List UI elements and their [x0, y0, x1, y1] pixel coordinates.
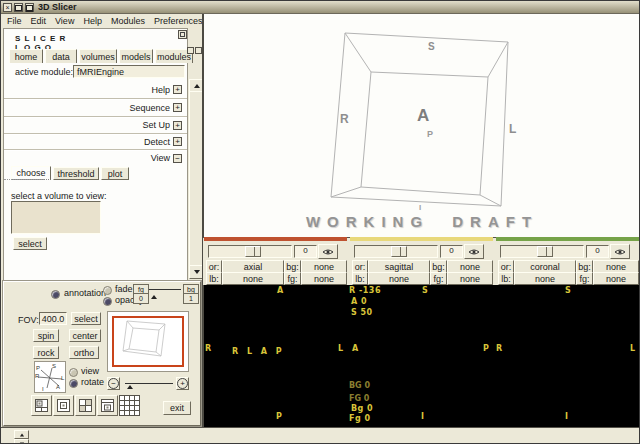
layout-fourup-button[interactable]	[75, 395, 96, 416]
zoom-out-button[interactable]: −	[107, 377, 120, 390]
sagittal-lb-volume-button[interactable]: none	[368, 272, 430, 285]
svg-text:L: L	[61, 375, 65, 381]
menu-edit[interactable]: Edit	[31, 16, 47, 26]
rock-button[interactable]: rock	[33, 346, 59, 359]
axial-offset-value[interactable]: 0	[294, 245, 317, 258]
titlebar[interactable]: × 3D Slicer	[1, 1, 639, 14]
layout-tabbed-button[interactable]	[97, 395, 118, 416]
menu-view[interactable]: View	[55, 16, 74, 26]
view-3d[interactable]: S R A P L I WORKING DRAFT	[204, 14, 640, 237]
layout-default-button[interactable]	[31, 395, 52, 416]
rotate-radio[interactable]	[69, 379, 78, 388]
axial-lb-button[interactable]: lb:	[206, 272, 222, 285]
view-radio[interactable]	[69, 368, 78, 377]
window-maximize-icon[interactable]	[14, 3, 23, 12]
expand-plus-icon[interactable]: +	[173, 103, 182, 112]
fg-value: 0	[133, 293, 149, 304]
fov-field[interactable]: 400.0	[39, 312, 67, 325]
sagittal-left-label: A	[352, 344, 359, 353]
zoom-in-button[interactable]: +	[176, 377, 189, 390]
eye-icon	[322, 248, 334, 256]
annotation-radio[interactable]	[51, 290, 60, 299]
section-detect[interactable]: Detect +	[4, 134, 187, 150]
coronal-fg-button[interactable]: fg:	[576, 272, 593, 285]
spin-button[interactable]: spin	[33, 329, 59, 342]
scale-marker-icon[interactable]	[151, 295, 157, 299]
slider-handle[interactable]	[245, 246, 261, 257]
spinner-down-icon[interactable]	[14, 439, 29, 444]
tab-home[interactable]: home	[9, 49, 43, 63]
menu-modules[interactable]: Modules	[111, 16, 145, 26]
axial-fg-volume-button[interactable]: none	[301, 272, 347, 285]
scale-track[interactable]	[149, 289, 181, 290]
view-preview[interactable]	[107, 311, 189, 372]
layout-3d-only-button[interactable]	[53, 395, 74, 416]
module-panel-scrollbar[interactable]	[189, 79, 202, 277]
active-module-field[interactable]: fMRIEngine	[73, 65, 185, 78]
axial-visibility-button[interactable]	[318, 244, 338, 259]
expand-plus-icon[interactable]: +	[173, 137, 182, 146]
plus-icon: +	[177, 378, 188, 389]
slider-handle[interactable]	[391, 246, 407, 257]
coronal-lb-volume-button[interactable]: none	[514, 272, 576, 285]
panel-collapse-icon[interactable]	[178, 30, 187, 39]
window-close-icon[interactable]: ×	[3, 3, 12, 12]
layout-fourup-icon	[79, 399, 92, 412]
menu-help[interactable]: Help	[83, 16, 102, 26]
select-button[interactable]: select	[71, 312, 101, 325]
ortho-button[interactable]: ortho	[69, 346, 99, 359]
menu-preferences[interactable]: Preferences	[154, 16, 203, 26]
section-help[interactable]: Help +	[4, 81, 187, 99]
tab-data[interactable]: data	[45, 49, 77, 63]
axial-top-label: A	[277, 286, 284, 295]
orientation-compass[interactable]: P S R L I A	[34, 361, 66, 393]
section-setup[interactable]: Set Up +	[4, 117, 187, 134]
svg-text:S: S	[52, 363, 56, 369]
preview-zoom-track[interactable]	[125, 383, 173, 384]
exit-button[interactable]: exit	[163, 401, 191, 415]
expand-plus-icon[interactable]: +	[173, 85, 182, 94]
axial-offset-slider[interactable]	[208, 245, 292, 258]
sagittal-bottom-label: I	[421, 412, 424, 421]
tab-overflow-left-icon[interactable]	[187, 47, 194, 54]
spinner-up-icon[interactable]	[14, 430, 29, 439]
section-sequence[interactable]: Sequence +	[4, 99, 187, 117]
tab-threshold[interactable]: threshold	[53, 167, 99, 180]
sagittal-offset-value[interactable]: 0	[440, 245, 463, 258]
layout-lightbox-button[interactable]	[119, 395, 140, 416]
axis-label-l: L	[509, 122, 516, 136]
select-volume-button[interactable]: select	[13, 237, 47, 250]
window-minimize-icon[interactable]	[25, 3, 34, 12]
menu-file[interactable]: File	[7, 16, 22, 26]
coronal-fg-volume-button[interactable]: none	[593, 272, 639, 285]
sagittal-visibility-button[interactable]	[464, 244, 484, 259]
fade-radio[interactable]	[103, 286, 112, 295]
slider-handle[interactable]	[537, 246, 553, 257]
slice-viewports[interactable]: A R R L A P L P R -136 A 0 S 50 S A P BG…	[204, 285, 640, 427]
coronal-visibility-button[interactable]	[610, 244, 630, 259]
tab-models[interactable]: models	[119, 49, 153, 63]
tab-volumes[interactable]: volumes	[79, 49, 117, 63]
center-button[interactable]: center	[69, 329, 101, 342]
preview-zoom-marker-icon[interactable]	[127, 385, 133, 389]
sagittal-lb-button[interactable]: lb:	[352, 272, 368, 285]
expand-plus-icon[interactable]: +	[173, 121, 182, 130]
tab-choose[interactable]: choose	[11, 166, 51, 180]
fade-scale[interactable]: fg bg 0 1	[133, 284, 197, 304]
axial-fg-button[interactable]: fg:	[284, 272, 301, 285]
coronal-lb-button[interactable]: lb:	[498, 272, 514, 285]
sagittal-fg-volume-button[interactable]: none	[447, 272, 493, 285]
opacity-radio[interactable]	[103, 297, 112, 306]
coronal-offset-value[interactable]: 0	[586, 245, 609, 258]
axial-lb-volume-button[interactable]: none	[222, 272, 284, 285]
panel-scroll-spinner[interactable]	[14, 430, 27, 444]
coronal-offset-slider[interactable]	[500, 245, 584, 258]
section-view[interactable]: View −	[4, 150, 187, 166]
volume-listbox[interactable]	[11, 201, 101, 234]
tab-plot[interactable]: plot	[101, 167, 129, 180]
collapse-minus-icon[interactable]: −	[173, 154, 182, 163]
sagittal-fg-button[interactable]: fg:	[430, 272, 447, 285]
coronal-right-label: L	[630, 344, 636, 353]
sagittal-offset-slider[interactable]	[354, 245, 438, 258]
tab-overflow-right-icon[interactable]	[195, 47, 202, 54]
